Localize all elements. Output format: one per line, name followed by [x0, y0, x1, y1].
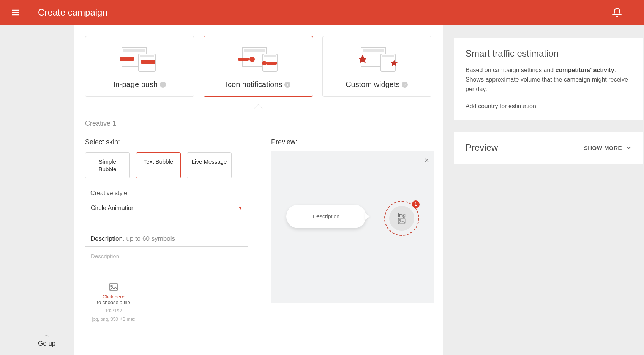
- upload-dimensions: 192*192: [89, 308, 138, 314]
- upload-limit: jpg, png, 350 KB max: [89, 317, 138, 322]
- custom-widgets-illustration-icon: [328, 46, 425, 73]
- skin-simple-bubble[interactable]: Simple Bubble: [85, 152, 130, 178]
- hamburger-menu-icon[interactable]: [8, 5, 23, 20]
- creative-index-label: Creative 1: [85, 120, 431, 128]
- skin-live-message[interactable]: Live Message: [187, 152, 232, 178]
- svg-rect-13: [238, 58, 249, 61]
- chevron-down-icon: [626, 145, 632, 151]
- icon-notifications-illustration-icon: [210, 46, 306, 73]
- creative-style-value: Circle Animation: [91, 205, 135, 211]
- select-skin-label: Select skin:: [85, 138, 248, 146]
- preview-side-card: Preview SHOW MORE: [454, 132, 643, 164]
- creative-style-select[interactable]: Circle Animation ▼: [85, 200, 248, 216]
- card-title-text: Custom widgets: [346, 80, 399, 89]
- notification-badge: 1: [412, 200, 420, 208]
- card-inpage-push[interactable]: In-page push i: [85, 36, 194, 97]
- preview-side-title: Preview: [466, 142, 498, 153]
- description-label-text: Description: [90, 235, 123, 242]
- preview-label: Preview:: [271, 138, 434, 146]
- right-sidebar: Smart traffic estimation Based on campai…: [454, 25, 643, 355]
- preview-icon-circle: Img 1: [384, 201, 419, 236]
- go-up-button[interactable]: ︿ Go up: [38, 331, 55, 347]
- inpage-push-illustration-icon: [91, 46, 188, 73]
- info-icon[interactable]: i: [402, 82, 408, 88]
- estimation-text-before: Based on campaign settings and: [466, 67, 556, 73]
- creative-preview-column: Preview: ✕ Description Img 1: [271, 138, 434, 326]
- svg-rect-18: [363, 49, 384, 52]
- preview-canvas: ✕ Description Img 1: [271, 151, 434, 303]
- card-title: In-page push i: [113, 80, 166, 89]
- svg-point-16: [262, 61, 267, 65]
- estimation-text: Based on campaign settings and competito…: [466, 66, 632, 94]
- card-title-text: Icon notifications: [226, 80, 283, 89]
- card-title: Custom widgets i: [346, 80, 408, 89]
- card-title-text: In-page push: [113, 80, 158, 89]
- card-icon-notifications[interactable]: Icon notifications i: [204, 36, 313, 97]
- go-up-label: Go up: [38, 340, 55, 347]
- section-divider: [85, 224, 248, 224]
- preview-bubble-text: Description: [313, 213, 339, 219]
- preview-text-bubble: Description: [286, 205, 366, 228]
- svg-rect-8: [141, 60, 155, 64]
- svg-rect-4: [123, 49, 145, 52]
- image-placeholder-icon: [398, 218, 406, 224]
- estimation-title: Smart traffic estimation: [466, 48, 632, 59]
- info-icon[interactable]: i: [284, 82, 290, 88]
- svg-rect-15: [266, 62, 277, 65]
- preview-icon-placeholder: Img: [389, 206, 414, 231]
- estimation-text-bold: competitors' activity: [556, 67, 614, 73]
- upload-click-here: Click here: [89, 294, 138, 300]
- info-icon[interactable]: i: [160, 82, 166, 88]
- caret-down-icon: ▼: [238, 205, 243, 211]
- svg-rect-6: [140, 55, 154, 57]
- svg-rect-20: [382, 55, 394, 57]
- svg-point-14: [249, 57, 255, 62]
- estimation-add-country: Add country for estimation.: [466, 103, 632, 110]
- creative-settings: Select skin: Simple Bubble Text Bubble L…: [85, 138, 248, 326]
- header-left: Create campaign: [8, 5, 107, 20]
- card-title: Icon notifications i: [226, 80, 291, 89]
- image-upload-dropzone[interactable]: Click here to choose a file 192*192 jpg,…: [85, 276, 142, 326]
- description-hint: , up to 60 symbols: [123, 235, 175, 242]
- preview-img-label: Img: [398, 213, 406, 218]
- creative-style-label: Creative style: [85, 190, 248, 197]
- svg-rect-7: [120, 57, 134, 61]
- show-more-button[interactable]: SHOW MORE: [584, 145, 632, 151]
- description-input[interactable]: [85, 246, 248, 265]
- show-more-label: SHOW MORE: [584, 145, 622, 151]
- card-custom-widgets[interactable]: Custom widgets i: [322, 36, 431, 97]
- svg-rect-12: [264, 55, 276, 57]
- page-title: Create campaign: [38, 7, 107, 18]
- content-panel: In-page push i: [74, 25, 443, 355]
- divider: [85, 97, 431, 109]
- svg-marker-21: [358, 55, 367, 63]
- svg-rect-10: [244, 49, 265, 52]
- skin-text-bubble[interactable]: Text Bubble: [136, 152, 181, 178]
- smart-traffic-estimation-card: Smart traffic estimation Based on campai…: [454, 38, 643, 120]
- campaign-type-cards: In-page push i: [85, 36, 431, 97]
- svg-point-26: [399, 219, 401, 221]
- description-label: Description, up to 60 symbols: [85, 235, 248, 243]
- skin-options: Simple Bubble Text Bubble Live Message: [85, 152, 248, 178]
- main-area: In-page push i: [0, 25, 644, 355]
- creative-editor: Select skin: Simple Bubble Text Bubble L…: [85, 138, 431, 326]
- notifications-icon[interactable]: [609, 5, 625, 21]
- chevron-up-icon: ︿: [38, 331, 55, 339]
- svg-point-24: [111, 285, 112, 287]
- upload-choose-text: to choose a file: [97, 300, 130, 305]
- preview-widget: Description Img 1: [286, 205, 419, 235]
- close-preview-icon[interactable]: ✕: [424, 157, 429, 164]
- top-header: Create campaign: [0, 0, 644, 25]
